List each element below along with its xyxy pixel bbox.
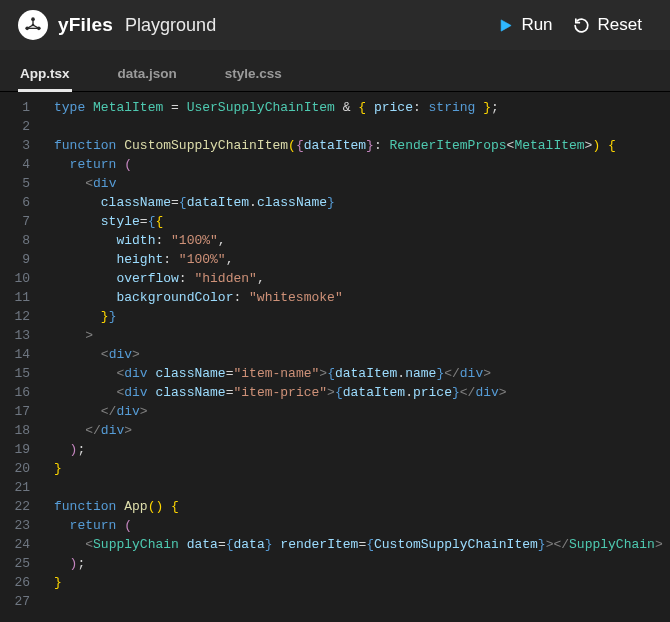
- line-number: 19: [0, 440, 40, 459]
- line-number: 4: [0, 155, 40, 174]
- code-line: }: [54, 573, 670, 592]
- code-line: className={dataItem.className}: [54, 193, 670, 212]
- code-line: }}: [54, 307, 670, 326]
- code-line: [54, 592, 670, 611]
- code-line: </div>: [54, 402, 670, 421]
- line-number: 23: [0, 516, 40, 535]
- reset-icon: [573, 17, 590, 34]
- svg-marker-8: [502, 19, 512, 30]
- line-number: 11: [0, 288, 40, 307]
- run-button-label: Run: [521, 15, 552, 35]
- line-number: 24: [0, 535, 40, 554]
- code-line: <div>: [54, 345, 670, 364]
- code-line: );: [54, 554, 670, 573]
- line-number: 10: [0, 269, 40, 288]
- line-number: 17: [0, 402, 40, 421]
- line-number: 14: [0, 345, 40, 364]
- code-area[interactable]: type MetalItem = UserSupplyChainItem & {…: [40, 92, 670, 622]
- line-number: 6: [0, 193, 40, 212]
- line-number: 12: [0, 307, 40, 326]
- code-line: style={{: [54, 212, 670, 231]
- line-number: 8: [0, 231, 40, 250]
- line-number: 13: [0, 326, 40, 345]
- app-root: yFiles Playground Run Reset App.tsxdata.…: [0, 0, 670, 622]
- line-number: 18: [0, 421, 40, 440]
- line-number: 3: [0, 136, 40, 155]
- svg-rect-4: [32, 19, 33, 25]
- code-line: height: "100%",: [54, 250, 670, 269]
- code-line: type MetalItem = UserSupplyChainItem & {…: [54, 98, 670, 117]
- code-line: );: [54, 440, 670, 459]
- tab-style-css[interactable]: style.css: [223, 56, 284, 91]
- code-line: <div: [54, 174, 670, 193]
- code-line: [54, 478, 670, 497]
- code-editor: 1234567891011121314151617181920212223242…: [0, 92, 670, 622]
- tab-data-json[interactable]: data.json: [116, 56, 179, 91]
- tab-app-tsx[interactable]: App.tsx: [18, 56, 72, 91]
- code-line: backgroundColor: "whitesmoke": [54, 288, 670, 307]
- line-number: 25: [0, 554, 40, 573]
- code-line: <SupplyChain data={data} renderItem={Cus…: [54, 535, 670, 554]
- code-line: <div className="item-name">{dataItem.nam…: [54, 364, 670, 383]
- play-icon: [498, 18, 513, 33]
- code-line: return (: [54, 516, 670, 535]
- code-line: function CustomSupplyChainItem({dataItem…: [54, 136, 670, 155]
- code-line: width: "100%",: [54, 231, 670, 250]
- line-number: 16: [0, 383, 40, 402]
- reset-button-label: Reset: [598, 15, 642, 35]
- code-line: >: [54, 326, 670, 345]
- header-subtitle: Playground: [125, 15, 216, 36]
- line-number: 7: [0, 212, 40, 231]
- line-number: 21: [0, 478, 40, 497]
- code-line: function App() {: [54, 497, 670, 516]
- reset-button[interactable]: Reset: [563, 11, 652, 39]
- code-line: <div className="item-price">{dataItem.pr…: [54, 383, 670, 402]
- code-line: [54, 117, 670, 136]
- line-number-gutter: 1234567891011121314151617181920212223242…: [0, 92, 40, 622]
- line-number: 15: [0, 364, 40, 383]
- run-button[interactable]: Run: [488, 11, 562, 39]
- line-number: 5: [0, 174, 40, 193]
- line-number: 1: [0, 98, 40, 117]
- header-bar: yFiles Playground Run Reset: [0, 0, 670, 50]
- line-number: 2: [0, 117, 40, 136]
- line-number: 26: [0, 573, 40, 592]
- yfiles-logo: [18, 10, 48, 40]
- code-line: </div>: [54, 421, 670, 440]
- editor-tabs: App.tsxdata.jsonstyle.css: [0, 50, 670, 92]
- line-number: 27: [0, 592, 40, 611]
- line-number: 20: [0, 459, 40, 478]
- code-line: return (: [54, 155, 670, 174]
- brand-name: yFiles: [58, 14, 113, 36]
- line-number: 9: [0, 250, 40, 269]
- code-line: overflow: "hidden",: [54, 269, 670, 288]
- line-number: 22: [0, 497, 40, 516]
- code-line: }: [54, 459, 670, 478]
